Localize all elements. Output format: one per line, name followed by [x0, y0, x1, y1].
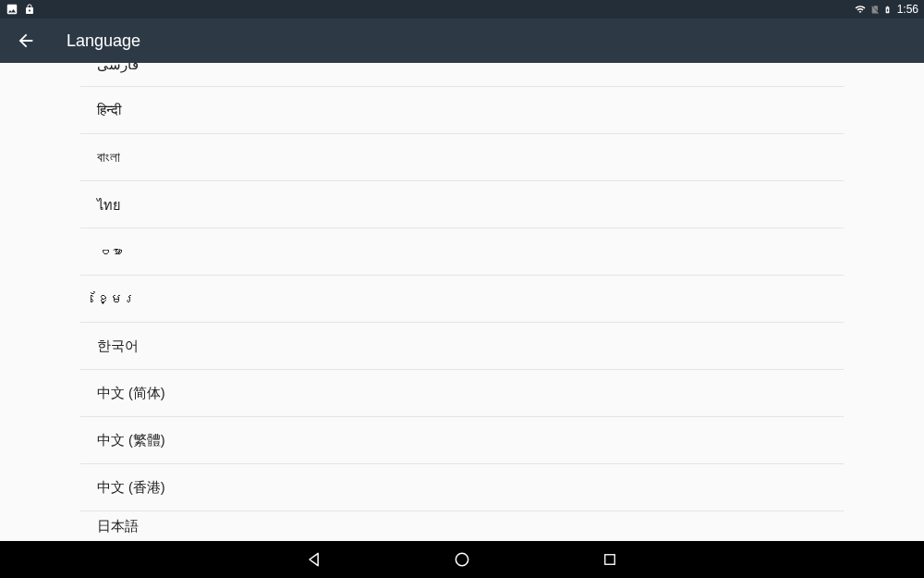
- battery-charging-icon: [883, 4, 892, 16]
- language-label: فارسی: [97, 63, 139, 72]
- language-item[interactable]: 中文 (繁體): [80, 417, 844, 464]
- square-recent-icon: [602, 551, 618, 568]
- back-button[interactable]: [7, 22, 44, 59]
- language-item[interactable]: বাংলা: [80, 134, 844, 181]
- language-label: 中文 (香港): [97, 479, 165, 497]
- language-item[interactable]: ဗမာ: [80, 228, 844, 276]
- status-right: 1:56: [854, 3, 918, 16]
- triangle-back-icon: [305, 550, 323, 569]
- status-left: [6, 3, 35, 16]
- language-label: ไทย: [97, 194, 120, 215]
- nav-recent-button[interactable]: [596, 546, 624, 573]
- page-title: Language: [67, 31, 140, 51]
- status-time: 1:56: [897, 3, 918, 16]
- language-label: 中文 (简体): [97, 385, 165, 402]
- circle-home-icon: [453, 550, 471, 569]
- no-sim-icon: [870, 4, 880, 15]
- language-label: ខ្មែរ: [97, 291, 136, 306]
- lock-icon: [24, 4, 35, 15]
- arrow-back-icon: [16, 31, 36, 51]
- language-item[interactable]: 中文 (简体): [80, 370, 844, 417]
- app-bar: Language: [0, 18, 924, 63]
- nav-back-button[interactable]: [300, 546, 328, 573]
- language-label: বাংলা: [97, 150, 120, 166]
- svg-rect-1: [605, 555, 615, 565]
- language-item[interactable]: ไทย: [80, 181, 844, 228]
- language-list: فارسی हिन्दी বাংলা ไทย ဗမာ ខ្មែរ 한국어 中文 …: [80, 63, 844, 541]
- language-label: हिन्दी: [97, 103, 121, 118]
- language-label: 한국어: [97, 338, 139, 355]
- nav-home-button[interactable]: [448, 546, 476, 573]
- image-icon: [6, 3, 18, 16]
- language-label: 日本語: [97, 518, 139, 535]
- language-label: 中文 (繁體): [97, 432, 165, 449]
- navigation-bar: [0, 541, 924, 578]
- language-label: ဗမာ: [97, 244, 123, 259]
- language-item[interactable]: हिन्दी: [80, 87, 844, 134]
- language-item[interactable]: ខ្មែរ: [80, 276, 844, 323]
- language-item[interactable]: 中文 (香港): [80, 464, 844, 511]
- language-item[interactable]: فارسی: [80, 63, 844, 87]
- language-item[interactable]: 한국어: [80, 323, 844, 370]
- status-bar: 1:56: [0, 0, 924, 18]
- svg-point-0: [456, 553, 468, 565]
- wifi-icon: [854, 4, 867, 15]
- language-item[interactable]: 日本語: [80, 511, 844, 541]
- content-area: فارسی हिन्दी বাংলা ไทย ဗမာ ខ្មែរ 한국어 中文 …: [0, 63, 924, 541]
